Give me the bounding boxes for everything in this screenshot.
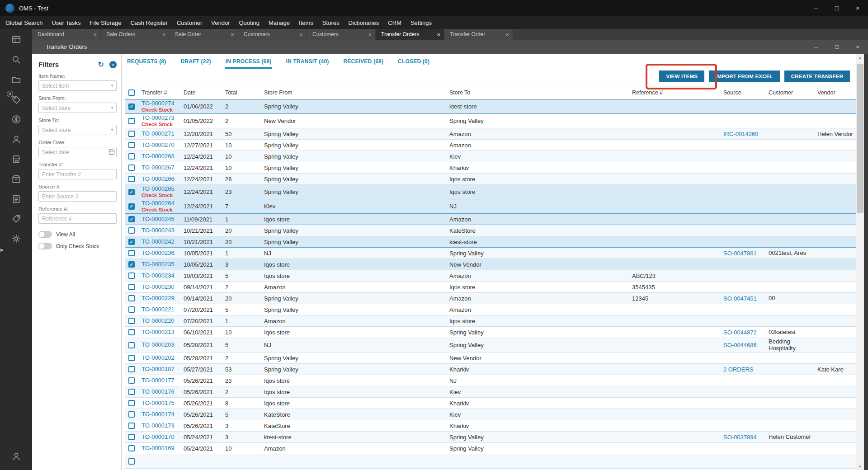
scrollbar-thumb[interactable]: [857, 64, 863, 213]
transfer-link[interactable]: TO-0000173: [142, 423, 180, 429]
source-link[interactable]: SO-0037894: [723, 434, 757, 441]
row-checkbox[interactable]: [128, 227, 135, 234]
row-checkbox[interactable]: [128, 176, 135, 182]
source-link[interactable]: 2 ORDERS: [723, 366, 753, 373]
menu-item-settings[interactable]: Settings: [406, 16, 436, 29]
row-checkbox[interactable]: [128, 164, 135, 171]
row-checkbox[interactable]: [128, 295, 135, 301]
doc-tab-customers[interactable]: Customers×: [307, 29, 375, 40]
menu-item-quoting[interactable]: Quoting: [234, 16, 264, 29]
doc-tab-transfer-order[interactable]: Transfer Order×: [444, 29, 513, 40]
menu-item-global-search[interactable]: Global Search: [1, 16, 47, 29]
row-checkbox[interactable]: [128, 284, 135, 290]
table-row[interactable]: TO-000026812/24/202110Spring ValleyKiev: [125, 151, 856, 162]
item-name-input[interactable]: [38, 80, 117, 91]
tab-close-icon[interactable]: ×: [368, 31, 372, 38]
menu-item-crm[interactable]: CRM: [383, 16, 406, 29]
column-header-reference[interactable]: Reference #: [629, 89, 720, 96]
source-link[interactable]: SO-0044872: [723, 329, 757, 336]
settings-icon[interactable]: [6, 229, 26, 249]
transfer-link[interactable]: TO-0000230: [142, 284, 180, 291]
store-to-input[interactable]: [38, 125, 117, 135]
tab-close-icon[interactable]: ×: [437, 31, 440, 38]
tab-close-icon[interactable]: ×: [505, 31, 509, 38]
clear-filters-icon[interactable]: ×: [109, 61, 117, 68]
row-checkbox[interactable]: ✓: [128, 189, 135, 195]
row-checkbox[interactable]: ✓: [128, 103, 135, 110]
column-header-customer[interactable]: Customer: [765, 89, 814, 96]
vertical-scrollbar[interactable]: ▲ ▼: [856, 54, 864, 470]
refresh-filters-icon[interactable]: ↻: [98, 60, 104, 69]
row-checkbox[interactable]: [128, 142, 135, 148]
row-checkbox[interactable]: [128, 273, 135, 279]
tasks-icon[interactable]: [6, 189, 26, 209]
transfer-link[interactable]: TO-0000266: [142, 176, 180, 183]
table-row[interactable]: TO-000022909/14/202120Spring ValleyAmazo…: [125, 293, 856, 304]
table-row[interactable]: TO-000017705/26/202123Iqos storeNJ: [125, 375, 856, 386]
transfer-link[interactable]: TO-0000169: [142, 445, 180, 452]
table-row[interactable]: TO-000027012/27/202110Spring ValleyAmazo…: [125, 140, 856, 151]
tab-in-process-68[interactable]: IN PROCESS (68): [225, 57, 273, 69]
menu-item-manage[interactable]: Manage: [264, 16, 294, 29]
scroll-down-icon[interactable]: ▼: [856, 463, 864, 470]
doc-tab-transfer-orders[interactable]: Transfer Orders×: [376, 29, 444, 40]
table-row[interactable]: TO-000022107/20/20215Spring ValleyAmazon: [125, 304, 856, 315]
user-icon[interactable]: [6, 446, 26, 466]
table-row[interactable]: TO-000026712/24/202110Spring ValleyKhark…: [125, 162, 856, 174]
select-all-checkbox[interactable]: [128, 89, 135, 96]
menu-item-file-storage[interactable]: File Storage: [85, 16, 126, 29]
table-row[interactable]: TO-000017305/26/20213KateStoreKharkiv: [125, 420, 856, 432]
column-header-store-from[interactable]: Store From: [261, 89, 446, 96]
tab-draft-22[interactable]: DRAFT (22): [179, 57, 212, 69]
minimize-icon[interactable]: –: [806, 0, 826, 16]
row-checkbox[interactable]: [128, 445, 135, 451]
table-row[interactable]: TO-000024310/21/202120Spring ValleyKateS…: [125, 225, 856, 236]
column-header-store-to[interactable]: Store To: [446, 89, 629, 96]
transfer-link[interactable]: TO-0000175: [142, 400, 180, 407]
menu-item-customer[interactable]: Customer: [172, 16, 207, 29]
table-row[interactable]: TO-000027112/28/202150Spring ValleyAmazo…: [125, 128, 856, 140]
inventory-icon[interactable]: [6, 169, 26, 189]
table-row[interactable]: TO-000017405/26/20215KateStoreKiev: [125, 409, 856, 420]
transfer-link[interactable]: TO-0000236: [142, 250, 180, 257]
inner-minimize-icon[interactable]: –: [806, 40, 826, 54]
transfer-link[interactable]: TO-0000221: [142, 306, 180, 313]
expand-panel-arrow-icon[interactable]: ▶: [0, 248, 4, 252]
source-link[interactable]: SO-0044686: [723, 342, 757, 348]
transfer-link[interactable]: TO-0000187: [142, 366, 180, 373]
store-icon[interactable]: [6, 149, 26, 169]
row-checkbox[interactable]: [128, 318, 135, 324]
source-link[interactable]: IRC-0014260: [723, 131, 758, 137]
folder-icon[interactable]: [6, 70, 26, 89]
transfer-link[interactable]: TO-0000235: [142, 261, 180, 268]
toggle-switch-view-all[interactable]: [38, 231, 52, 238]
row-checkbox[interactable]: [128, 355, 135, 361]
menu-item-dictionaries[interactable]: Dictionaries: [344, 16, 383, 29]
tab-requests-8[interactable]: REQUESTS (8): [126, 57, 167, 69]
row-checkbox[interactable]: ✓: [128, 203, 135, 210]
contacts-icon[interactable]: [6, 129, 26, 149]
row-checkbox[interactable]: [128, 389, 135, 395]
transfer-link[interactable]: TO-0000202: [142, 355, 180, 362]
source-input[interactable]: [38, 191, 117, 202]
transfer-link[interactable]: TO-0000220: [142, 318, 180, 324]
table-row[interactable]: TO-000023610/05/20211NJSpring ValleySO-0…: [125, 248, 856, 259]
scroll-up-icon[interactable]: ▲: [856, 54, 864, 61]
inner-close-icon[interactable]: ×: [847, 40, 868, 54]
table-row[interactable]: TO-000017505/26/20218Iqos storeKharkiv: [125, 398, 856, 409]
transfer-input[interactable]: [38, 169, 117, 179]
row-checkbox[interactable]: ✓: [128, 216, 135, 222]
search-icon[interactable]: [6, 50, 26, 70]
tab-in-transit-40[interactable]: IN TRANSIT (40): [285, 57, 330, 69]
row-checkbox[interactable]: [128, 434, 135, 440]
table-row[interactable]: ✓TO-0000264Check Stock12/24/20217KievNJ: [125, 199, 856, 214]
tags-icon[interactable]: [6, 209, 26, 229]
row-checkbox[interactable]: [128, 377, 135, 384]
doc-tab-sale-order[interactable]: Sale Order×: [170, 29, 238, 40]
transfer-link[interactable]: TO-0000273: [142, 115, 180, 122]
row-checkbox[interactable]: [128, 131, 135, 137]
row-checkbox[interactable]: [128, 366, 135, 372]
column-header-source[interactable]: Source: [720, 89, 765, 96]
column-header-date[interactable]: Date: [180, 89, 222, 96]
table-row[interactable]: TO-000023410/03/20215Iqos storeAmazonABC…: [125, 270, 856, 282]
